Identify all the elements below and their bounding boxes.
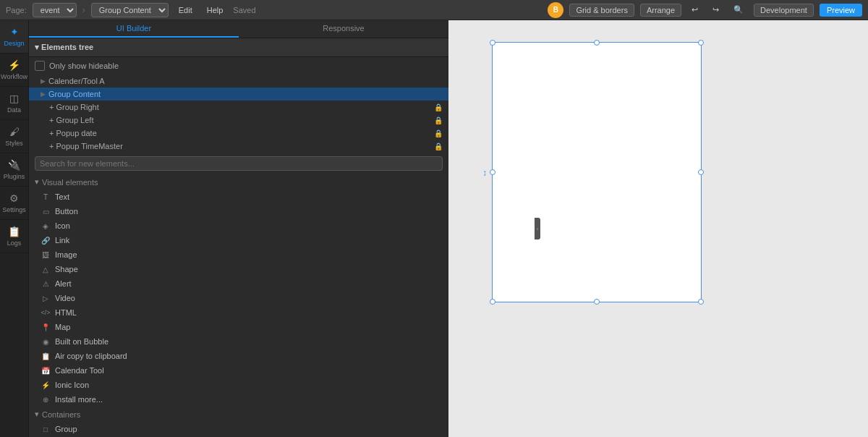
tree-item-group-content[interactable]: ▶ Group Content xyxy=(29,88,448,101)
tree-item-group-right[interactable]: + Group Right 🔒 xyxy=(29,101,448,114)
element-label-button: Button xyxy=(55,207,78,216)
tree-item-group-left[interactable]: + Group Left 🔒 xyxy=(29,114,448,127)
workflow-label: Workflow xyxy=(1,73,27,80)
redo-button[interactable]: ↪ xyxy=(708,4,723,16)
preview-button[interactable]: Preview xyxy=(820,4,862,17)
tree-label-popup-timemaster: + Popup TimeMaster xyxy=(49,142,123,150)
only-show-hideable-checkbox[interactable] xyxy=(35,61,45,71)
ui-builder-tabs: UI Builder Responsive xyxy=(29,20,448,38)
element-alert[interactable]: ⚠ Alert xyxy=(29,276,448,291)
video-icon: ▷ xyxy=(41,293,51,303)
html-icon: </> xyxy=(41,307,51,318)
element-label-calendar-tool: Calendar Tool xyxy=(55,366,104,375)
sidebar-tab-styles[interactable]: 🖌 Styles xyxy=(0,120,28,153)
button-icon: ▭ xyxy=(41,206,51,216)
tree-label-calender: Calender/Tool A xyxy=(48,77,105,85)
bubble-element-icon: ◉ xyxy=(41,336,51,347)
sidebar-tab-logs[interactable]: 📋 Logs xyxy=(0,220,28,253)
styles-label: Styles xyxy=(5,140,23,147)
element-image[interactable]: 🖼 Image xyxy=(29,247,448,262)
element-label-map: Map xyxy=(55,323,70,331)
tree-label-group-content: Group Content xyxy=(48,90,101,98)
tab-responsive[interactable]: Responsive xyxy=(239,20,448,38)
arrange-button[interactable]: Arrange xyxy=(640,4,681,17)
element-calendar-tool[interactable]: 📅 Calendar Tool xyxy=(29,363,448,378)
tab-ui-builder[interactable]: UI Builder xyxy=(29,20,239,38)
ionic-icon: ⚡ xyxy=(41,380,51,390)
styles-icon: 🖌 xyxy=(9,126,20,137)
element-label-built-on-bubble: Built on Bubble xyxy=(55,337,109,346)
image-icon: 🖼 xyxy=(41,250,51,260)
element-link[interactable]: 🔗 Link xyxy=(29,233,448,247)
page-label: Page: xyxy=(6,6,27,14)
tree-label-group-right: + Group Right xyxy=(49,103,99,111)
data-label: Data xyxy=(7,106,21,114)
element-dropdown[interactable]: Group Content xyxy=(91,3,169,17)
element-icon[interactable]: ◈ Icon xyxy=(29,218,448,233)
elements-tree-header: ▾ Elements tree xyxy=(29,38,448,57)
logs-label: Logs xyxy=(7,239,22,247)
data-icon: ◫ xyxy=(9,93,19,104)
settings-icon: ⚙ xyxy=(9,192,19,204)
element-install-more-visual[interactable]: ⊕ Install more... xyxy=(29,392,448,407)
tree-item-popup-timemaster[interactable]: + Popup TimeMaster 🔒 xyxy=(29,140,448,153)
element-video[interactable]: ▷ Video xyxy=(29,291,448,305)
element-button[interactable]: ▭ Button xyxy=(29,204,448,218)
section-visual-elements[interactable]: ▾ Visual elements xyxy=(29,174,448,190)
top-bar-separator: › xyxy=(82,5,85,15)
group-icon: □ xyxy=(41,424,51,434)
section-containers[interactable]: ▾ Containers xyxy=(29,407,448,422)
workflow-icon: ⚡ xyxy=(8,59,20,71)
element-group[interactable]: □ Group xyxy=(29,422,448,436)
help-button[interactable]: Help xyxy=(203,4,228,16)
lock-icon-left: 🔒 xyxy=(434,116,443,124)
tree-label-popup-date: + Popup date xyxy=(49,129,97,137)
saved-label: Saved xyxy=(233,6,255,14)
element-label-image: Image xyxy=(55,250,77,259)
sidebar-tab-workflow[interactable]: ⚡ Workflow xyxy=(0,54,28,87)
element-built-on-bubble[interactable]: ◉ Built on Bubble xyxy=(29,334,448,349)
sidebar-tab-data[interactable]: ◫ Data xyxy=(0,87,28,120)
tree-arrow-calender: ▶ xyxy=(41,77,46,85)
alert-icon: ⚠ xyxy=(41,279,51,289)
element-air-copy[interactable]: 📋 Air copy to clipboard xyxy=(29,349,448,363)
app-layout: ✦ Design ⚡ Workflow ◫ Data 🖌 Styles 🔌 Pl… xyxy=(0,20,868,437)
text-icon: T xyxy=(41,192,51,202)
element-text[interactable]: T Text xyxy=(29,190,448,204)
element-label-text: Text xyxy=(55,192,69,201)
shape-icon: △ xyxy=(41,264,51,274)
icon-icon: ◈ xyxy=(41,221,51,231)
air-copy-icon: 📋 xyxy=(41,351,51,361)
element-html[interactable]: </> HTML xyxy=(29,305,448,320)
element-label-icon: Icon xyxy=(55,221,70,230)
plugins-icon: 🔌 xyxy=(8,159,20,171)
element-ionic-icon[interactable]: ⚡ Ionic Icon xyxy=(29,378,448,392)
lock-icon-popup-timemaster: 🔒 xyxy=(434,143,443,150)
tree-item-popup-date[interactable]: + Popup date 🔒 xyxy=(29,127,448,140)
element-map[interactable]: 📍 Map xyxy=(29,320,448,334)
bubble-logo: B xyxy=(548,2,563,18)
panel-collapse-handle[interactable]: ‹ xyxy=(535,218,540,239)
page-dropdown[interactable]: event xyxy=(33,3,77,17)
search-button[interactable]: 🔍 xyxy=(729,4,748,16)
design-label: Design xyxy=(4,40,24,47)
section-arrow-visual: ▾ xyxy=(35,177,39,187)
sidebar-tab-settings[interactable]: ⚙ Settings xyxy=(0,187,28,220)
element-shape[interactable]: △ Shape xyxy=(29,262,448,276)
tree-arrow-group-content: ▶ xyxy=(41,90,46,98)
sidebar-tab-plugins[interactable]: 🔌 Plugins xyxy=(0,153,28,187)
element-label-ionic-icon: Ionic Icon xyxy=(55,381,89,389)
sidebar-tab-design[interactable]: ✦ Design xyxy=(0,20,28,54)
search-input[interactable] xyxy=(35,156,443,171)
dev-mode-button[interactable]: Development xyxy=(754,4,814,17)
link-icon: 🔗 xyxy=(41,235,51,245)
element-label-install-visual: Install more... xyxy=(55,395,103,404)
tree-item-calender[interactable]: ▶ Calender/Tool A xyxy=(29,75,448,88)
elements-tree-title: ▾ Elements tree xyxy=(35,43,93,52)
grid-borders-button[interactable]: Grid & borders xyxy=(569,4,634,17)
element-label-video: Video xyxy=(55,294,75,302)
left-panel: UI Builder Responsive ▾ Elements tree On… xyxy=(29,20,448,437)
undo-button[interactable]: ↩ xyxy=(687,4,702,16)
edit-button[interactable]: Edit xyxy=(174,4,197,16)
plugins-label: Plugins xyxy=(4,173,25,180)
